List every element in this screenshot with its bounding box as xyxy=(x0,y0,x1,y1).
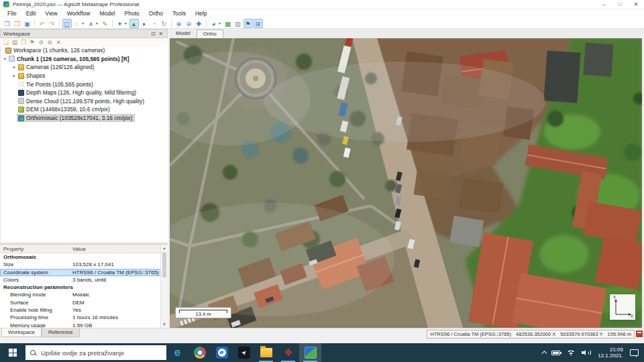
marquee-dropdown-icon[interactable]: ▾ xyxy=(82,19,86,28)
dodge-tool-icon[interactable]: ◗ xyxy=(140,19,149,28)
scrollbar-thumb[interactable] xyxy=(162,252,166,278)
new-document-icon[interactable]: ❐ xyxy=(3,19,12,28)
navigation-icon[interactable]: ✚ xyxy=(195,19,204,28)
stats-tool-icon[interactable]: ▥ xyxy=(233,19,243,28)
property-row[interactable]: Blending modeMosaic xyxy=(0,291,168,298)
menu-workflow[interactable]: Workflow xyxy=(62,9,95,18)
panel-close-icon[interactable]: ✕ xyxy=(157,31,164,37)
workspace-root-icon xyxy=(5,48,11,54)
marquee-selection-icon[interactable]: ◌ xyxy=(72,19,82,28)
action-center-icon[interactable] xyxy=(630,349,639,356)
taskbar-chrome-icon[interactable] xyxy=(189,343,211,362)
tree-item-dem[interactable]: DEM (14468x13359, 10.6 cm/pix) xyxy=(1,105,168,114)
chevron-right-icon[interactable]: ▸ xyxy=(11,64,17,70)
add-marker-icon[interactable]: ⚑ xyxy=(28,39,36,46)
property-row[interactable]: Processing time1 hours 16 minutes xyxy=(0,314,168,321)
pin-icon[interactable]: ⊡ xyxy=(150,31,157,37)
draw-pencil-icon[interactable]: ✎ xyxy=(101,19,110,28)
menu-view[interactable]: View xyxy=(40,9,62,18)
search-input[interactable] xyxy=(41,349,155,357)
disable-item-icon[interactable]: ⊖ xyxy=(46,39,54,46)
property-row[interactable]: Reconstruction parameters xyxy=(0,284,168,291)
tab-reference[interactable]: Reference xyxy=(42,328,80,337)
property-row-selected[interactable]: Coordinate systemHTRS96 / Croatia TM (EP… xyxy=(0,269,168,276)
menu-ortho[interactable]: Ortho xyxy=(144,9,168,18)
tree-item-depth-maps[interactable]: Depth Maps (126, High quality, Mild filt… xyxy=(1,88,168,97)
tab-workspace[interactable]: Workspace xyxy=(1,328,42,337)
minimize-button[interactable]: – xyxy=(596,0,612,9)
property-scrollbar[interactable]: ▲ ▼ xyxy=(160,245,168,328)
menu-tools[interactable]: Tools xyxy=(168,9,191,18)
rotate-tool-icon[interactable]: ↻ xyxy=(160,19,169,28)
taskbar-red-app-icon[interactable]: ❖ xyxy=(277,343,299,362)
grid-tool-icon[interactable]: ⊞ xyxy=(254,19,263,28)
menu-model[interactable]: Model xyxy=(95,9,119,18)
tree-item-orthomosaic[interactable]: Orthomosaic (103528x17041, 3.16 cm/pix) xyxy=(1,114,168,123)
wifi-icon[interactable] xyxy=(566,349,576,356)
zoom-in-icon[interactable]: ⊕ xyxy=(174,19,184,28)
taskbar-edge-icon[interactable]: e xyxy=(166,343,189,362)
open-project-icon[interactable]: ❒ xyxy=(13,19,22,28)
chevron-down-icon[interactable]: ▾ xyxy=(2,56,8,62)
remove-item-icon[interactable]: ✕ xyxy=(54,39,62,46)
property-row[interactable]: Size103,528 x 17,041 xyxy=(0,261,168,268)
add-photos-icon[interactable]: ▤ xyxy=(11,39,19,46)
close-button[interactable]: ✕ xyxy=(628,0,644,9)
menu-help[interactable]: Help xyxy=(191,9,211,18)
taskbar-search[interactable] xyxy=(25,345,166,360)
chevron-up-icon[interactable] xyxy=(541,351,545,355)
tree-item-cameras[interactable]: ▸ Cameras (126/126 aligned) xyxy=(1,63,168,72)
taskbar-remote-icon[interactable]: ➤ xyxy=(233,343,255,362)
tree-item-dense-cloud[interactable]: Dense Cloud (121,199,578 points, High qu… xyxy=(1,97,168,106)
property-row[interactable]: Colors3 bands, uint8 xyxy=(0,276,168,284)
menu-file[interactable]: File xyxy=(3,9,21,18)
ortho-viewport[interactable]: 13.4 m Y X xyxy=(170,38,642,328)
save-project-icon[interactable]: ▣ xyxy=(23,19,32,28)
tree-item-chunk[interactable]: ▾ Chunk 1 (126 cameras, 105,565 points) … xyxy=(1,55,168,64)
dock-tabs: Workspace Reference xyxy=(1,328,80,337)
status-altitude: 195.946 m xyxy=(608,331,631,337)
globe-dropdown-icon[interactable]: ▾ xyxy=(219,19,223,28)
donut-tool-icon[interactable]: ◔ xyxy=(150,19,159,28)
orthomosaic-image xyxy=(170,38,642,328)
status-coord-x: 482536.352000 X xyxy=(516,331,555,337)
tree-item-tie-points[interactable]: Tie Points (105,565 points) xyxy=(1,80,168,88)
polygon-tool-icon[interactable]: ▲ xyxy=(129,19,139,28)
rectangle-selection-icon[interactable]: ◻ xyxy=(62,19,72,28)
menu-edit[interactable]: Edit xyxy=(21,9,41,18)
redo-icon[interactable]: ↷ xyxy=(48,19,57,28)
zoom-out-icon[interactable]: ⊖ xyxy=(184,19,194,28)
property-row[interactable]: Enable hole fillingYes xyxy=(0,306,168,314)
battery-icon[interactable] xyxy=(551,351,560,355)
taskbar-explorer-icon[interactable] xyxy=(255,343,277,362)
enable-item-icon[interactable]: ⊘ xyxy=(37,39,45,46)
value-column-header: Value xyxy=(72,245,168,253)
taskbar-clock[interactable]: 21:05 12.1.2021. xyxy=(598,347,623,359)
point-dropdown-icon[interactable]: ▾ xyxy=(125,19,129,28)
add-folder-icon[interactable]: ❒ xyxy=(19,39,28,46)
scroll-down-icon[interactable]: ▼ xyxy=(161,321,168,328)
tree-item-shapes[interactable]: ▸ Shapes xyxy=(1,72,168,80)
property-row[interactable]: SurfaceDEM xyxy=(0,299,168,306)
flag-tool-icon[interactable]: ⚑ xyxy=(244,19,253,28)
taskbar-metashape-icon[interactable] xyxy=(299,343,321,362)
undo-icon[interactable]: ↶ xyxy=(38,19,47,28)
volume-icon[interactable] xyxy=(582,349,592,356)
menu-photo[interactable]: Photo xyxy=(120,9,144,18)
tab-model[interactable]: Model xyxy=(170,29,197,38)
point-tool-icon[interactable]: ✦ xyxy=(115,19,125,28)
chevron-right-icon[interactable]: ▸ xyxy=(11,73,17,78)
add-chunk-icon[interactable]: ❏ xyxy=(2,39,10,46)
polyline-tool-icon[interactable]: ∧ xyxy=(87,19,96,28)
maximize-button[interactable]: □ xyxy=(612,0,628,9)
tree-item-workspace-root[interactable]: Workspace (1 chunks, 126 cameras) xyxy=(1,46,168,55)
taskbar-teamviewer-icon[interactable]: ⇄ xyxy=(211,343,233,362)
scroll-up-icon[interactable]: ▲ xyxy=(161,245,168,251)
start-button[interactable] xyxy=(0,343,25,362)
polyline-dropdown-icon[interactable]: ▾ xyxy=(96,19,100,28)
chart-tool-icon[interactable]: ▦ xyxy=(223,19,233,28)
tab-ortho[interactable]: Ortho xyxy=(197,29,223,38)
globe-view-icon[interactable]: ◕ xyxy=(209,19,219,28)
menu-bar: File Edit View Workflow Model Photo Orth… xyxy=(0,9,644,18)
property-row[interactable]: Orthomosaic xyxy=(0,253,168,261)
